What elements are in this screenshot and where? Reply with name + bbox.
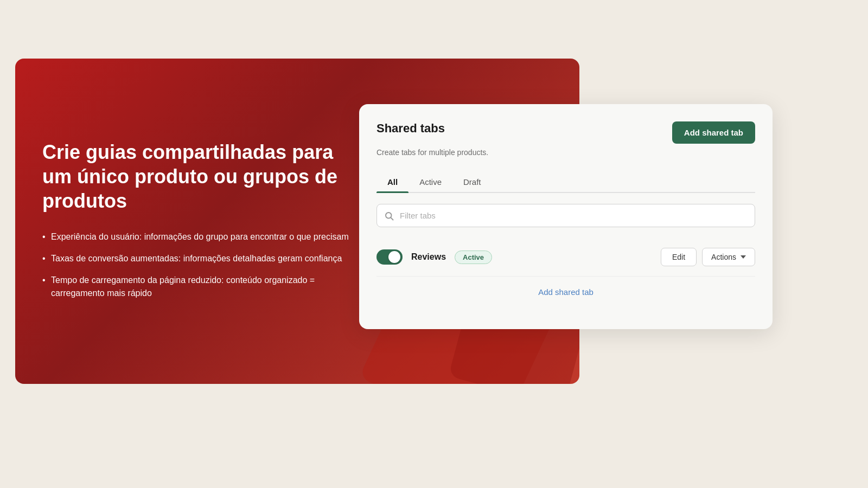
add-shared-tab-link[interactable]: Add shared tab <box>376 277 755 307</box>
tab-draft[interactable]: Draft <box>452 172 492 192</box>
tab-active[interactable]: Active <box>409 172 452 192</box>
edit-button[interactable]: Edit <box>661 248 697 266</box>
red-card-content: Crie guias compartilhadas para um único … <box>42 140 357 300</box>
feature-list: Experiência do usuário: informações do g… <box>42 230 357 300</box>
search-input[interactable] <box>376 204 755 227</box>
list-item: Tempo de carregamento da página reduzido… <box>42 274 357 300</box>
tab-item-right: Edit Actions <box>661 248 755 266</box>
list-item: Taxas de conversão aumentadas: informaçõ… <box>42 252 357 265</box>
list-item: Experiência do usuário: informações do g… <box>42 230 357 243</box>
panel-subtitle: Create tabs for multiple products. <box>376 148 755 157</box>
panel-title: Shared tabs <box>376 121 445 136</box>
status-badge: Active <box>455 251 492 264</box>
panel-header: Shared tabs Add shared tab <box>376 121 755 144</box>
tabs-row: All Active Draft <box>376 172 755 193</box>
tab-all[interactable]: All <box>376 172 409 192</box>
tab-item-name: Reviews <box>411 252 446 262</box>
chevron-down-icon <box>741 255 746 259</box>
tab-item-reviews: Reviews Active Edit Actions <box>376 238 755 277</box>
add-shared-tab-button[interactable]: Add shared tab <box>672 121 755 144</box>
actions-label: Actions <box>711 253 736 261</box>
panel-title-group: Shared tabs <box>376 121 445 136</box>
red-card-title: Crie guias compartilhadas para um único … <box>42 140 357 213</box>
actions-button[interactable]: Actions <box>702 248 755 266</box>
svg-line-1 <box>391 217 393 220</box>
toggle-reviews[interactable] <box>376 249 403 265</box>
tab-item-left: Reviews Active <box>376 249 492 265</box>
search-icon <box>384 211 394 221</box>
search-container <box>376 204 755 227</box>
shared-tabs-panel: Shared tabs Add shared tab Create tabs f… <box>359 104 773 329</box>
